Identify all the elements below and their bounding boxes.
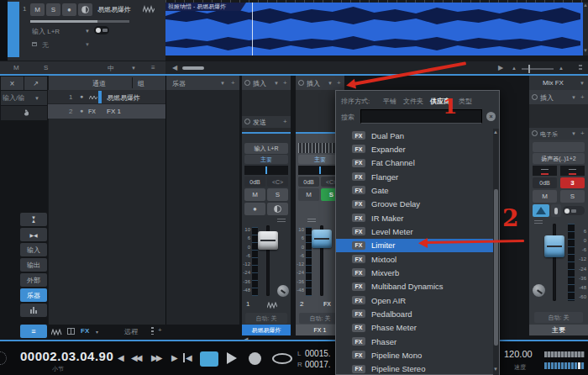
plugin-item[interactable]: FXMixtool [336,252,494,266]
sort-type-option[interactable]: 类型 [459,97,472,106]
zoom-in-icon[interactable]: ▲ [559,66,564,71]
narrow-strips-button[interactable]: ▶◀ [20,228,47,241]
insert-add-icon[interactable]: + [283,79,287,87]
scroll-left-icon[interactable]: ◀ [172,64,177,71]
track-name[interactable]: 易燃易爆炸 [97,5,131,14]
sends-power-icon[interactable] [532,130,538,136]
strip1-mute-button[interactable]: M [244,188,265,201]
strip1-solo-button[interactable]: S [267,188,288,201]
setup-wrench-button[interactable] [1,106,47,120]
main-solo-button[interactable]: S [560,190,585,203]
play-button[interactable] [227,352,237,364]
scrollbar-down-icon[interactable]: ▼ [493,367,498,372]
show-outputs-button[interactable]: 输出 [20,258,47,272]
plugin-item[interactable]: FXPhaser [336,335,494,348]
strip1-name-label[interactable]: 易燃易爆炸 [242,325,291,335]
show-banks-button[interactable] [20,304,47,317]
insert-power-icon[interactable] [244,80,250,86]
footer-menu-icon[interactable]: ≡ [151,64,155,71]
next-marker-button[interactable]: ▶ [171,353,178,362]
track-input-select[interactable]: 输入 L+R [32,27,60,36]
show-instruments-button[interactable]: 乐器 [20,288,47,302]
plugin-item[interactable]: FXPhase Meter [336,321,494,335]
strip2-fader-handle[interactable] [312,230,332,248]
time-display[interactable]: 00002.03.04.90 [20,349,113,363]
main-mono-button[interactable] [551,204,561,217]
plugin-item[interactable]: FXExpander [336,142,494,156]
plugin-item[interactable]: FXIR Maker [336,211,494,224]
layout-grid-icon[interactable] [67,328,75,335]
audio-clip[interactable]: 祖娅纳惜 - 易燃易爆炸 [165,3,583,55]
fold-tracks-button[interactable]: ▼▲ [20,213,47,226]
instrument-chevron-down-icon[interactable]: ▼ [85,42,90,47]
track-color-bar[interactable] [8,2,19,57]
arrange-scrollbar-right[interactable]: ▲▼ [583,3,588,55]
plugin-item[interactable]: FXOpen AIR [336,293,494,307]
strip1-cue-knob[interactable] [277,285,289,297]
strip2-volume-value[interactable]: 0dB [298,177,319,187]
strip1-output-select[interactable]: 主要 [244,155,288,164]
sends-add-icon[interactable]: + [580,129,585,137]
track-mute-button[interactable]: M [30,3,45,16]
strip1-input-select[interactable]: 输入 L+R [244,143,288,154]
strip1-automation-button[interactable]: 自动: 关 [245,313,287,324]
scroll-right-icon[interactable]: ▶ [498,64,503,71]
more-dots-icon[interactable] [151,327,154,335]
prev-marker-button[interactable]: ◀ [118,353,124,362]
main-volume-value[interactable]: 0dB [533,177,557,188]
horizontal-scrollbar-thumb[interactable] [182,66,204,70]
rewind-button[interactable]: ◀◀ [131,353,140,362]
sort-tile-option[interactable]: 平铺 [383,97,396,106]
loop-button[interactable] [272,353,292,364]
main-name-label[interactable]: 主要 [529,325,588,335]
zoom-slider[interactable] [522,68,554,70]
remote-label[interactable]: 远程 [124,327,138,336]
main-cue-knob[interactable] [533,284,545,297]
record-dot-icon[interactable]: ● [80,108,83,114]
console-close-button[interactable]: × [1,77,24,90]
record-dot-icon[interactable]: ● [80,93,83,99]
stop-button[interactable] [200,351,218,367]
zoom-slider-thumb[interactable] [528,65,530,73]
insert-power-icon[interactable] [298,80,304,86]
instruments-chevron-icon[interactable]: ▼ [220,81,225,86]
main-balance-right[interactable] [560,166,585,176]
scrollbar-up-icon[interactable]: ▲ [493,129,498,135]
strip1-volume-value[interactable]: 0dB [244,177,265,187]
fast-forward-button[interactable]: ▶▶ [151,353,160,362]
show-external-button[interactable]: 外部 [20,273,47,287]
column-group[interactable]: 组 [138,79,144,88]
plugin-item[interactable]: FXPedalboard [336,307,494,320]
track-input-toggle[interactable] [94,26,109,34]
sends-chevron-icon[interactable]: ▼ [571,131,576,136]
footer-solo-button[interactable]: S [44,64,48,71]
main-toggle[interactable] [563,206,585,215]
insert-add-icon[interactable]: + [337,79,341,87]
zoom-out-icon[interactable]: ▲ [512,66,517,71]
insert-add-icon[interactable]: + [580,93,585,101]
return-to-start-button[interactable]: ◀ [183,353,192,362]
plugin-item[interactable]: FXPipeline Stereo [336,362,494,375]
column-channel[interactable]: 通道 [92,79,106,88]
strip1-fader-handle[interactable] [258,231,278,250]
scrollbar-thumb[interactable] [494,189,498,346]
plugin-item[interactable]: FXPipeline Mono [336,348,494,362]
insert-chevron-icon[interactable]: ▼ [571,95,576,100]
main-metronome-button[interactable] [533,204,549,217]
tempo-value[interactable]: 120.00 [504,349,533,359]
input-chevron-down-icon[interactable]: ▼ [85,29,90,34]
show-inputs-button[interactable]: 输入 [20,243,47,256]
main-output-device[interactable]: 扬声器(..)1+2 [533,153,585,164]
strip1-pan-value[interactable]: <C> [267,177,288,187]
track-solo-button[interactable]: S [46,3,60,16]
search-input[interactable] [360,109,482,124]
main-mute-button[interactable]: M [533,190,557,203]
plugin-item[interactable]: FXFlanger [336,170,494,183]
io-mode-select[interactable]: 输入/输▼ [1,91,47,105]
track-record-arm-button[interactable]: ● [62,3,76,16]
plugin-item[interactable]: FXGate [336,183,494,197]
channel-row-2[interactable]: 2 ● FX FX 1 [48,104,165,119]
strip1-monitor-button[interactable] [267,203,288,215]
strip1-pan-control[interactable] [244,166,288,175]
plugin-item[interactable]: FXDual Pan [336,129,494,142]
